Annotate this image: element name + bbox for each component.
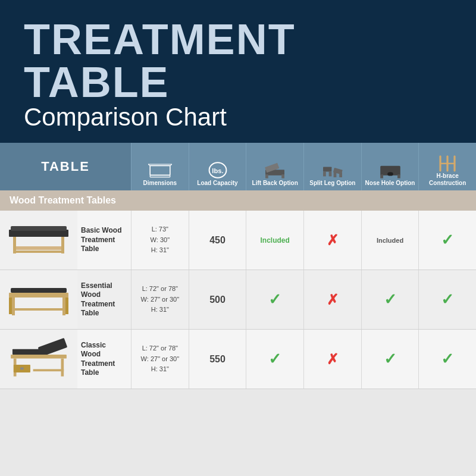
row3-dimensions: L: 72" or 78"W: 27" or 30"H: 31": [131, 330, 189, 389]
col-header-dimensions: Dimensions: [131, 143, 189, 190]
row2-data: L: 72" or 78"W: 27" or 30"H: 31" 500 ✓ ✗…: [131, 270, 476, 329]
comparison-table: TABLE Dimensions: [0, 143, 476, 476]
row3-load: 550: [189, 330, 246, 389]
svg-rect-17: [333, 173, 336, 177]
svg-rect-29: [13, 246, 64, 250]
column-header-row: TABLE Dimensions: [0, 143, 476, 190]
svg-rect-11: [265, 174, 268, 178]
svg-rect-35: [9, 293, 68, 298]
svg-rect-38: [12, 308, 65, 311]
svg-rect-48: [33, 369, 64, 372]
svg-rect-34: [11, 288, 67, 293]
svg-rect-18: [339, 173, 342, 177]
svg-point-20: [387, 172, 393, 176]
svg-rect-41: [38, 338, 68, 357]
section-label-wood: Wood Treatment Tables: [0, 190, 476, 211]
svg-rect-33: [11, 226, 67, 231]
col-label-dimensions: Dimensions: [143, 180, 177, 187]
row2-nose-hole: ✓: [361, 270, 419, 329]
essential-table-illustration: [6, 277, 71, 322]
row1-nose-hole: Included: [361, 211, 419, 270]
row2-dimensions: L: 72" or 78"W: 27" or 30"H: 31": [131, 270, 189, 329]
header: TREATMENT TABLE Comparison Chart: [0, 0, 476, 143]
row1-image: [0, 211, 77, 270]
svg-rect-13: [323, 167, 331, 172]
table-column-label: TABLE: [0, 143, 131, 190]
table-row: Classic Wood Treatment Table L: 72" or 7…: [0, 330, 476, 389]
svg-rect-47: [20, 368, 24, 370]
row1-split-leg: ✗: [303, 211, 361, 270]
row2-split-leg: ✗: [303, 270, 361, 329]
row1-dimensions: L: 73"W: 30"H: 31": [131, 211, 189, 270]
svg-rect-16: [328, 172, 331, 177]
split-leg-icon: [321, 161, 345, 180]
svg-rect-40: [65, 298, 68, 314]
table-row: Essential Wood Treatment Table L: 72" or…: [0, 270, 476, 330]
svg-rect-12: [281, 174, 284, 178]
table-row: Basic Wood Treatment Table L: 73"W: 30"H…: [0, 211, 476, 270]
page-title-large: TREATMENT TABLE: [24, 18, 452, 104]
load-icon: lbs.: [206, 161, 230, 180]
row3-nose-hole: ✓: [361, 330, 419, 389]
nose-hole-icon: [378, 161, 402, 180]
row1-name: Basic Wood Treatment Table: [77, 211, 131, 270]
dimensions-icon: [148, 161, 172, 180]
svg-rect-15: [323, 172, 326, 177]
col-header-split-leg: Split Leg Option: [303, 143, 361, 190]
col-header-lift-back: Lift Back Option: [246, 143, 303, 190]
classic-table-illustration: [6, 337, 71, 381]
lift-back-icon: [263, 161, 287, 180]
row3-lift-back: ✓: [246, 330, 303, 389]
row3-h-brace: ✓: [418, 330, 476, 389]
col-label-nose-hole: Nose Hole Option: [365, 180, 415, 187]
col-label-load: Load Capacity: [197, 180, 237, 187]
svg-rect-21: [380, 174, 383, 178]
row3-data: L: 72" or 78"W: 27" or 30"H: 31" 550 ✓ ✗…: [131, 330, 476, 389]
basic-table-illustration: [6, 218, 71, 262]
svg-rect-42: [12, 349, 42, 355]
h-brace-icon: [436, 154, 459, 173]
svg-rect-43: [11, 355, 67, 359]
col-header-load: lbs. Load Capacity: [189, 143, 246, 190]
svg-rect-37: [62, 298, 65, 315]
row2-image: [0, 270, 77, 329]
col-label-split-leg: Split Leg Option: [309, 180, 355, 187]
column-headers: Dimensions lbs. Load Capacity: [131, 143, 476, 190]
col-label-lift-back: Lift Back Option: [252, 180, 298, 187]
row2-load: 500: [189, 270, 246, 329]
row3-name: Classic Wood Treatment Table: [77, 330, 131, 389]
row1-lift-back: Included: [246, 211, 303, 270]
svg-rect-36: [12, 298, 15, 315]
row2-lift-back: ✓: [246, 270, 303, 329]
svg-rect-45: [61, 359, 64, 377]
col-label-h-brace: H-brace Construction: [421, 173, 474, 187]
row1-data: L: 73"W: 30"H: 31" 450 Included ✗ Includ…: [131, 211, 476, 270]
svg-text:lbs.: lbs.: [212, 167, 223, 174]
col-header-nose-hole: Nose Hole Option: [361, 143, 419, 190]
svg-rect-32: [13, 250, 64, 253]
page-title-sub: Comparison Chart: [24, 104, 452, 131]
row1-h-brace: ✓: [418, 211, 476, 270]
svg-rect-0: [150, 166, 170, 176]
row2-name: Essential Wood Treatment Table: [77, 270, 131, 329]
svg-rect-22: [397, 174, 400, 178]
row2-h-brace: ✓: [418, 270, 476, 329]
page-wrapper: TREATMENT TABLE Comparison Chart TABLE: [0, 0, 476, 476]
svg-rect-39: [9, 298, 12, 314]
row3-split-leg: ✗: [303, 330, 361, 389]
col-header-h-brace: H-brace Construction: [418, 143, 476, 190]
row1-load: 450: [189, 211, 246, 270]
row3-image: [0, 330, 77, 389]
